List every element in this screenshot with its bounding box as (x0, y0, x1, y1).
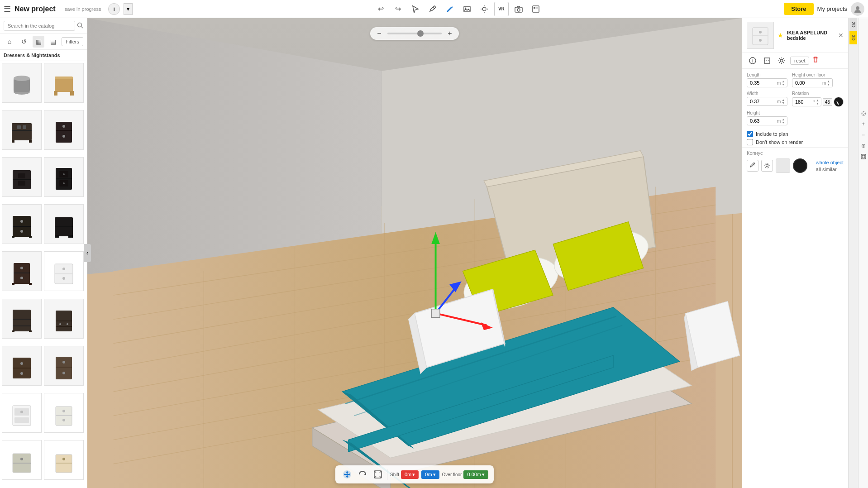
length-input[interactable]: m ▲ ▼ (747, 78, 787, 87)
height-down[interactable]: ▼ (782, 121, 785, 124)
color-settings-button[interactable] (761, 160, 773, 172)
catalog-item[interactable] (2, 157, 42, 197)
catalog-item[interactable] (2, 63, 42, 103)
shift-value[interactable]: 0m ▾ (401, 470, 419, 479)
width-input-field[interactable] (750, 99, 777, 104)
settings-action-button[interactable] (776, 55, 787, 67)
edit-color-button[interactable] (747, 160, 758, 172)
sidebar-grid-view-btn[interactable]: ▦ (33, 36, 44, 48)
tab-2d[interactable]: 2D (849, 18, 857, 31)
color-swatch-light[interactable] (776, 158, 790, 173)
myprojects-button[interactable]: My projects (817, 5, 847, 12)
catalog-item[interactable] (2, 251, 42, 291)
catalog-item[interactable] (44, 204, 84, 244)
hof-up[interactable]: ▲ (827, 80, 830, 83)
include-plan-checkbox[interactable] (747, 131, 753, 137)
catalog-item[interactable] (2, 299, 42, 339)
catalog-item[interactable] (44, 157, 84, 197)
camera-tool-button[interactable] (511, 2, 526, 16)
zoom-out-button[interactable]: − (375, 29, 384, 38)
length-up[interactable]: ▲ (782, 80, 785, 83)
height-over-floor-input-field[interactable] (795, 80, 822, 86)
svg-rect-19 (55, 78, 73, 92)
product-thumbnail (747, 22, 774, 49)
height-input[interactable]: m ▲ ▼ (747, 116, 787, 125)
side-minus-icon[interactable]: − (859, 130, 868, 139)
catalog-item[interactable] (44, 346, 84, 386)
pen-tool-button[interactable] (443, 2, 457, 16)
length-input-field[interactable] (750, 80, 777, 86)
catalog-item[interactable] (44, 63, 84, 103)
side-circle-icon[interactable]: ◎ (859, 109, 868, 118)
redo-button[interactable]: ↪ (391, 2, 405, 16)
height-over-floor-input[interactable]: m ▲ ▼ (792, 78, 833, 87)
height-up[interactable]: ▲ (782, 118, 785, 121)
all-similar-button[interactable]: all similar (816, 167, 844, 172)
movement-mode-button[interactable] (341, 468, 353, 481)
cursor-tool-button[interactable] (408, 2, 423, 16)
over-floor-value[interactable]: 0.00m ▾ (463, 470, 488, 479)
zoom-in-button[interactable]: + (445, 29, 454, 38)
info-action-button[interactable]: i (747, 55, 758, 67)
user-avatar[interactable] (851, 2, 864, 16)
rotation-45-button[interactable]: 45 (823, 98, 832, 106)
undo-button[interactable]: ↩ (374, 2, 388, 16)
rotation-mode-button[interactable] (356, 468, 369, 481)
length-down[interactable]: ▼ (782, 83, 785, 86)
sidebar-list-view-btn[interactable]: ▤ (47, 36, 59, 48)
catalog-item[interactable] (44, 110, 84, 150)
width-up[interactable]: ▲ (782, 98, 785, 101)
svg-line-15 (81, 26, 83, 28)
catalog-item[interactable] (2, 204, 42, 244)
delete-button[interactable] (812, 56, 819, 65)
side-layers-icon[interactable] (859, 152, 868, 161)
image-tool-button[interactable] (460, 2, 474, 16)
menu-icon[interactable]: ☰ (4, 4, 11, 14)
width-input[interactable]: m ▲ ▼ (747, 97, 787, 106)
tab-3d[interactable]: 3D (849, 31, 857, 44)
sidebar-collapse-button[interactable]: ‹ (84, 244, 91, 262)
zoom-slider[interactable] (387, 33, 442, 34)
hof-down[interactable]: ▼ (827, 83, 830, 86)
render-tool-button[interactable] (529, 2, 543, 16)
search-icon[interactable] (77, 22, 83, 30)
rotation-input-field[interactable] (795, 99, 813, 105)
zoom-thumb[interactable] (417, 30, 424, 37)
dropdown-button[interactable]: ▾ (124, 3, 133, 15)
rotation-dial[interactable] (834, 97, 844, 107)
dont-show-render-checkbox[interactable] (747, 139, 753, 145)
pencil-tool-button[interactable] (425, 2, 440, 16)
side-plus-icon[interactable]: + (859, 120, 868, 129)
side-expand-icon[interactable]: ⊕ (859, 141, 868, 150)
catalog-item[interactable] (2, 110, 42, 150)
rotation-input[interactable]: ° ▲ ▼ (792, 97, 821, 106)
dimensions-action-button[interactable] (761, 55, 773, 67)
catalog-item[interactable] (2, 346, 42, 386)
reset-button[interactable]: reset (790, 57, 809, 65)
whole-object-button[interactable]: whole object (816, 160, 844, 165)
rotation-up[interactable]: ▲ (816, 99, 819, 102)
rp-checkboxes: Include to plan Don't show on render (742, 129, 848, 147)
sidebar-history-btn[interactable]: ↺ (18, 36, 30, 48)
color-swatch-dark[interactable] (793, 158, 807, 173)
catalog-item[interactable] (44, 393, 84, 433)
catalog-item[interactable] (2, 393, 42, 433)
catalog-item[interactable] (44, 440, 84, 480)
catalog-item[interactable] (2, 440, 42, 480)
scale-mode-button[interactable] (372, 468, 384, 481)
sidebar-home-btn[interactable]: ⌂ (4, 36, 15, 48)
catalog-item[interactable] (44, 251, 84, 291)
vr-tool-button[interactable]: VR (494, 2, 509, 16)
filters-button[interactable]: Filters (62, 37, 83, 46)
close-panel-button[interactable]: ✕ (838, 32, 844, 39)
width-down[interactable]: ▼ (782, 101, 785, 105)
info-button[interactable]: i (108, 3, 120, 15)
sun-tool-button[interactable] (477, 2, 491, 16)
store-button[interactable]: Store (784, 3, 813, 15)
favorite-star[interactable]: ★ (777, 32, 783, 39)
height-input-field[interactable] (750, 118, 777, 124)
catalog-item[interactable] (44, 299, 84, 339)
search-input[interactable] (4, 21, 75, 31)
rotation-down[interactable]: ▼ (816, 102, 819, 105)
blue-value[interactable]: 0m ▾ (421, 470, 439, 479)
